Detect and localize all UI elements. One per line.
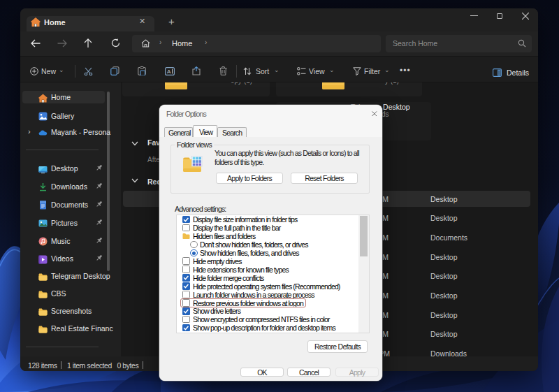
svg-text:A: A [167,68,171,75]
